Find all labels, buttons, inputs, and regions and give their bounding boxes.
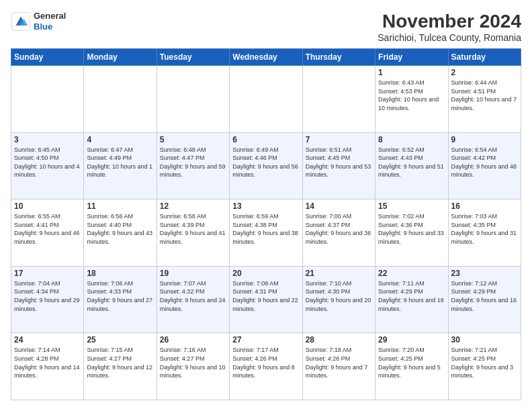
day-info: Sunrise: 6:58 AM Sunset: 4:39 PM Dayligh… xyxy=(160,212,226,246)
day-info: Sunrise: 7:12 AM Sunset: 4:29 PM Dayligh… xyxy=(451,279,518,313)
calendar-cell: 7Sunrise: 6:51 AM Sunset: 4:45 PM Daylig… xyxy=(302,132,375,199)
page: General Blue November 2024 Sarichioi, Tu… xyxy=(0,0,532,411)
calendar-cell: 12Sunrise: 6:58 AM Sunset: 4:39 PM Dayli… xyxy=(157,199,229,267)
subtitle: Sarichioi, Tulcea County, Romania xyxy=(378,32,521,43)
calendar-cell xyxy=(157,66,229,133)
logo-blue: Blue xyxy=(34,21,66,32)
calendar-cell xyxy=(230,66,302,133)
day-info: Sunrise: 7:08 AM Sunset: 4:31 PM Dayligh… xyxy=(232,279,299,313)
day-number: 3 xyxy=(14,135,81,144)
title-block: November 2024 Sarichioi, Tulcea County, … xyxy=(378,11,521,43)
day-info: Sunrise: 6:59 AM Sunset: 4:38 PM Dayligh… xyxy=(232,212,299,246)
day-number: 25 xyxy=(87,335,153,345)
day-number: 19 xyxy=(160,269,226,278)
calendar-cell: 29Sunrise: 7:20 AM Sunset: 4:25 PM Dayli… xyxy=(375,333,448,400)
col-monday: Monday xyxy=(84,49,157,66)
calendar-cell: 15Sunrise: 7:02 AM Sunset: 4:36 PM Dayli… xyxy=(375,199,448,267)
calendar-cell: 5Sunrise: 6:48 AM Sunset: 4:47 PM Daylig… xyxy=(157,132,229,199)
day-number: 8 xyxy=(378,135,445,144)
calendar-cell: 11Sunrise: 6:56 AM Sunset: 4:40 PM Dayli… xyxy=(84,199,157,267)
day-number: 20 xyxy=(232,269,299,278)
calendar-cell: 10Sunrise: 6:55 AM Sunset: 4:41 PM Dayli… xyxy=(11,199,84,267)
calendar-cell: 6Sunrise: 6:49 AM Sunset: 4:46 PM Daylig… xyxy=(230,132,302,199)
calendar-cell: 26Sunrise: 7:16 AM Sunset: 4:27 PM Dayli… xyxy=(157,333,229,400)
day-info: Sunrise: 6:52 AM Sunset: 4:43 PM Dayligh… xyxy=(378,146,445,179)
day-info: Sunrise: 7:06 AM Sunset: 4:33 PM Dayligh… xyxy=(87,279,153,313)
calendar-cell: 28Sunrise: 7:18 AM Sunset: 4:26 PM Dayli… xyxy=(302,333,375,400)
day-number: 29 xyxy=(378,335,445,345)
day-info: Sunrise: 7:17 AM Sunset: 4:26 PM Dayligh… xyxy=(232,346,299,379)
calendar-cell xyxy=(302,66,375,133)
day-number: 30 xyxy=(451,335,518,345)
day-info: Sunrise: 7:18 AM Sunset: 4:26 PM Dayligh… xyxy=(306,346,372,379)
day-info: Sunrise: 7:20 AM Sunset: 4:25 PM Dayligh… xyxy=(378,346,445,379)
calendar-row-1: 3Sunrise: 6:45 AM Sunset: 4:50 PM Daylig… xyxy=(11,132,521,199)
calendar-cell: 8Sunrise: 6:52 AM Sunset: 4:43 PM Daylig… xyxy=(375,132,448,199)
day-number: 11 xyxy=(87,201,153,211)
day-info: Sunrise: 6:55 AM Sunset: 4:41 PM Dayligh… xyxy=(14,212,81,246)
logo-text: General Blue xyxy=(34,11,66,32)
day-info: Sunrise: 7:00 AM Sunset: 4:37 PM Dayligh… xyxy=(306,212,372,246)
calendar-cell: 30Sunrise: 7:21 AM Sunset: 4:25 PM Dayli… xyxy=(448,333,521,400)
calendar-cell: 25Sunrise: 7:15 AM Sunset: 4:27 PM Dayli… xyxy=(84,333,157,400)
calendar-cell: 19Sunrise: 7:07 AM Sunset: 4:32 PM Dayli… xyxy=(157,266,229,333)
day-info: Sunrise: 7:03 AM Sunset: 4:35 PM Dayligh… xyxy=(451,212,518,246)
day-info: Sunrise: 6:48 AM Sunset: 4:47 PM Dayligh… xyxy=(160,146,226,179)
day-number: 4 xyxy=(87,135,153,144)
logo-icon xyxy=(11,11,31,32)
day-number: 22 xyxy=(378,269,445,278)
col-tuesday: Tuesday xyxy=(157,49,229,66)
calendar-cell: 17Sunrise: 7:04 AM Sunset: 4:34 PM Dayli… xyxy=(11,266,84,333)
calendar-cell: 21Sunrise: 7:10 AM Sunset: 4:30 PM Dayli… xyxy=(302,266,375,333)
calendar-cell: 18Sunrise: 7:06 AM Sunset: 4:33 PM Dayli… xyxy=(84,266,157,333)
day-number: 6 xyxy=(232,135,299,144)
calendar-cell xyxy=(84,66,157,133)
day-info: Sunrise: 7:07 AM Sunset: 4:32 PM Dayligh… xyxy=(160,279,226,313)
day-number: 21 xyxy=(306,269,372,278)
calendar-row-2: 10Sunrise: 6:55 AM Sunset: 4:41 PM Dayli… xyxy=(11,199,521,267)
day-info: Sunrise: 7:16 AM Sunset: 4:27 PM Dayligh… xyxy=(160,346,226,379)
day-info: Sunrise: 7:10 AM Sunset: 4:30 PM Dayligh… xyxy=(306,279,372,313)
logo-general: General xyxy=(34,11,66,21)
day-info: Sunrise: 7:11 AM Sunset: 4:29 PM Dayligh… xyxy=(378,279,445,313)
day-number: 9 xyxy=(451,135,518,144)
calendar-cell: 3Sunrise: 6:45 AM Sunset: 4:50 PM Daylig… xyxy=(11,132,84,199)
day-info: Sunrise: 7:14 AM Sunset: 4:28 PM Dayligh… xyxy=(14,346,81,379)
day-number: 26 xyxy=(160,335,226,345)
header-row: Sunday Monday Tuesday Wednesday Thursday… xyxy=(11,49,521,66)
day-number: 17 xyxy=(14,269,81,278)
calendar-cell: 22Sunrise: 7:11 AM Sunset: 4:29 PM Dayli… xyxy=(375,266,448,333)
calendar-cell: 23Sunrise: 7:12 AM Sunset: 4:29 PM Dayli… xyxy=(448,266,521,333)
calendar-row-0: 1Sunrise: 6:43 AM Sunset: 4:53 PM Daylig… xyxy=(11,66,521,133)
day-info: Sunrise: 7:21 AM Sunset: 4:25 PM Dayligh… xyxy=(451,346,518,379)
day-info: Sunrise: 6:54 AM Sunset: 4:42 PM Dayligh… xyxy=(451,146,518,179)
calendar-row-4: 24Sunrise: 7:14 AM Sunset: 4:28 PM Dayli… xyxy=(11,333,521,400)
day-number: 7 xyxy=(306,135,372,144)
col-friday: Friday xyxy=(375,49,448,66)
calendar-cell: 9Sunrise: 6:54 AM Sunset: 4:42 PM Daylig… xyxy=(448,132,521,199)
calendar-cell: 20Sunrise: 7:08 AM Sunset: 4:31 PM Dayli… xyxy=(230,266,302,333)
calendar-cell: 4Sunrise: 6:47 AM Sunset: 4:49 PM Daylig… xyxy=(84,132,157,199)
header: General Blue November 2024 Sarichioi, Tu… xyxy=(11,11,521,43)
day-number: 24 xyxy=(14,335,81,345)
calendar-cell: 1Sunrise: 6:43 AM Sunset: 4:53 PM Daylig… xyxy=(375,66,448,133)
logo: General Blue xyxy=(11,11,66,32)
calendar-cell: 13Sunrise: 6:59 AM Sunset: 4:38 PM Dayli… xyxy=(230,199,302,267)
day-number: 23 xyxy=(451,269,518,278)
day-info: Sunrise: 7:15 AM Sunset: 4:27 PM Dayligh… xyxy=(87,346,153,379)
day-number: 2 xyxy=(451,68,518,77)
day-info: Sunrise: 7:02 AM Sunset: 4:36 PM Dayligh… xyxy=(378,212,445,246)
col-sunday: Sunday xyxy=(11,49,84,66)
col-thursday: Thursday xyxy=(302,49,375,66)
day-number: 10 xyxy=(14,201,81,211)
day-number: 18 xyxy=(87,269,153,278)
day-info: Sunrise: 6:49 AM Sunset: 4:46 PM Dayligh… xyxy=(232,146,299,179)
calendar-cell: 14Sunrise: 7:00 AM Sunset: 4:37 PM Dayli… xyxy=(302,199,375,267)
day-number: 16 xyxy=(451,201,518,211)
day-info: Sunrise: 6:51 AM Sunset: 4:45 PM Dayligh… xyxy=(306,146,372,179)
day-number: 1 xyxy=(378,68,445,77)
day-number: 14 xyxy=(306,201,372,211)
day-number: 15 xyxy=(378,201,445,211)
day-info: Sunrise: 6:56 AM Sunset: 4:40 PM Dayligh… xyxy=(87,212,153,246)
calendar-cell: 24Sunrise: 7:14 AM Sunset: 4:28 PM Dayli… xyxy=(11,333,84,400)
